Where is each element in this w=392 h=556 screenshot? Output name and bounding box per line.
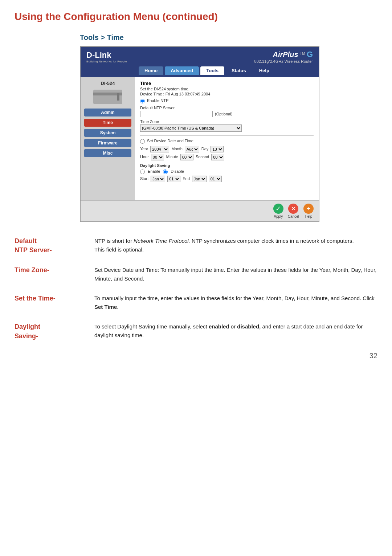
cancel-label: Cancel <box>288 214 299 218</box>
daylight-radio-row: Enable Disable <box>140 169 314 174</box>
device-time-label: Device Time : <box>140 92 164 96</box>
year-select[interactable]: 2004 <box>150 146 169 152</box>
description-section: Default NTP Server- NTP is short for Net… <box>15 237 377 341</box>
help-icon: + <box>303 204 314 214</box>
device-label: DI-524 <box>101 81 115 86</box>
day-select[interactable]: 13 <box>211 146 224 152</box>
nav-bar: Home Advanced Tools Status Help <box>81 66 319 77</box>
second-label: Second <box>196 155 209 159</box>
help-action[interactable]: + Help <box>303 204 314 218</box>
nav-tools[interactable]: Tools <box>200 66 224 75</box>
year-label: Year <box>140 147 148 151</box>
dlink-slogan: Building Networks for People <box>86 60 127 63</box>
sidebar: DI-524 Admin Time System Firmware Misc <box>81 77 135 200</box>
timezone-label: Time Zone <box>140 119 314 124</box>
airplus-tm: TM <box>300 52 305 56</box>
desc-def-timezone: Set Device Date and Time: To manually in… <box>94 266 377 283</box>
daylight-section: Daylight Saving Enable Disable Start Jan… <box>140 163 314 182</box>
minute-select[interactable]: 00 <box>180 154 193 160</box>
cancel-icon: ✕ <box>288 204 298 214</box>
apply-icon: ✓ <box>273 204 283 214</box>
help-label: Help <box>305 214 313 218</box>
sidebar-btn-time[interactable]: Time <box>84 119 131 127</box>
enable-ntp-label: Enable NTP <box>147 98 168 103</box>
sidebar-btn-firmware[interactable]: Firmware <box>84 139 131 147</box>
desc-def-daylight: To select Daylight Saving time manually,… <box>94 322 377 340</box>
airplus-text: AirPlus TM G <box>254 50 313 59</box>
nav-help[interactable]: Help <box>253 66 275 75</box>
set-device-date-label: Set Device Date and Time <box>147 139 193 143</box>
desc-def-settime: To manually input the time, enter the va… <box>94 294 377 311</box>
enable-daylight-label: Enable <box>148 169 160 173</box>
ntp-server-row: (Optional) <box>140 111 314 117</box>
sidebar-btn-system[interactable]: System <box>84 129 131 137</box>
airplus-logo: AirPlus TM G 802.11g/2.4GHz Wireless Rou… <box>254 50 313 64</box>
section-heading: Tools > Time <box>80 33 377 42</box>
desc-def-ntp: NTP is short for Network Time Protocol. … <box>94 237 377 255</box>
start-day-select[interactable]: 01 <box>167 176 180 182</box>
minute-label: Minute <box>166 155 178 159</box>
hour-label: Hour <box>140 155 149 159</box>
enable-daylight-radio[interactable] <box>140 169 145 174</box>
airplus-brand: AirPlus <box>273 50 298 58</box>
content-section-title: Time <box>140 81 314 86</box>
router-description: 802.11g/2.4GHz Wireless Router <box>254 59 313 64</box>
action-bar: ✓ Apply ✕ Cancel + Help <box>81 200 319 221</box>
apply-action[interactable]: ✓ Apply <box>273 204 283 218</box>
nav-status[interactable]: Status <box>226 66 252 75</box>
nav-advanced[interactable]: Advanced <box>165 66 199 75</box>
dlink-brand-text: D-Link <box>86 50 111 60</box>
start-label: Start <box>140 176 148 181</box>
enable-ntp-row: Enable NTP <box>140 98 314 103</box>
content-panel: Time Set the DI-524 system time. Device … <box>135 77 319 200</box>
sidebar-btn-misc[interactable]: Misc <box>84 149 131 157</box>
router-ui-container: D-Link Building Networks for People AirP… <box>80 46 319 222</box>
page-number: 32 <box>15 352 377 360</box>
end-month-select[interactable]: Jan <box>192 176 207 182</box>
daylight-date-row: Start Jan 01 End Jan 01 <box>140 176 314 182</box>
ntp-optional-label: (Optional) <box>215 112 232 116</box>
device-image <box>93 90 122 104</box>
desc-term-settime: Set the Time- <box>15 294 87 311</box>
start-month-select[interactable]: Jan <box>151 176 165 182</box>
desc-term-timezone: Time Zone- <box>15 266 87 283</box>
desc-term-ntp: Default NTP Server- <box>15 237 87 255</box>
daylight-saving-title: Daylight Saving <box>140 163 314 168</box>
apply-label: Apply <box>274 214 283 218</box>
second-select[interactable]: 00 <box>211 154 224 160</box>
cancel-action[interactable]: ✕ Cancel <box>288 204 299 218</box>
nav-home[interactable]: Home <box>139 66 163 75</box>
month-select[interactable]: Aug <box>185 146 199 152</box>
set-device-date-row: Set Device Date and Time <box>140 139 314 144</box>
time-row: Hour 00 Minute 00 Second 00 <box>140 154 314 160</box>
set-device-date-radio[interactable] <box>140 139 145 144</box>
day-label: Day <box>201 147 209 151</box>
ntp-server-label: Default NTP Server <box>140 106 314 110</box>
disable-daylight-radio[interactable] <box>163 169 168 174</box>
ntp-server-input[interactable] <box>140 111 213 117</box>
hour-select[interactable]: 00 <box>151 154 164 160</box>
content-subtitle: Set the DI-524 system time. <box>140 87 314 91</box>
disable-daylight-label: Disable <box>171 169 184 173</box>
end-day-select[interactable]: 01 <box>209 176 222 182</box>
datetime-section: Set Device Date and Time Year 2004 Month… <box>140 139 314 160</box>
dlink-logo: D-Link Building Networks for People <box>86 50 127 63</box>
separator <box>140 135 314 136</box>
date-row: Year 2004 Month Aug Day 13 <box>140 146 314 152</box>
airplus-g: G <box>307 50 313 59</box>
timezone-select[interactable]: (GMT-08:00)Pacific Time (US & Canada) <box>140 124 242 132</box>
enable-ntp-radio[interactable] <box>140 99 145 103</box>
device-time-value: Fri Aug 13 03:07:49 2004 <box>166 92 211 96</box>
device-time-display: Device Time : Fri Aug 13 03:07:49 2004 <box>140 92 314 96</box>
page-title: Using the Configuration Menu (continued) <box>15 11 377 23</box>
desc-term-daylight: Daylight Saving- <box>15 322 87 340</box>
timezone-row: Time Zone (GMT-08:00)Pacific Time (US & … <box>140 119 314 132</box>
month-label: Month <box>171 147 183 151</box>
sidebar-btn-admin[interactable]: Admin <box>84 109 131 116</box>
end-label: End <box>183 176 190 181</box>
router-header: D-Link Building Networks for People AirP… <box>81 47 319 66</box>
main-content: DI-524 Admin Time System Firmware Misc T… <box>81 77 319 200</box>
